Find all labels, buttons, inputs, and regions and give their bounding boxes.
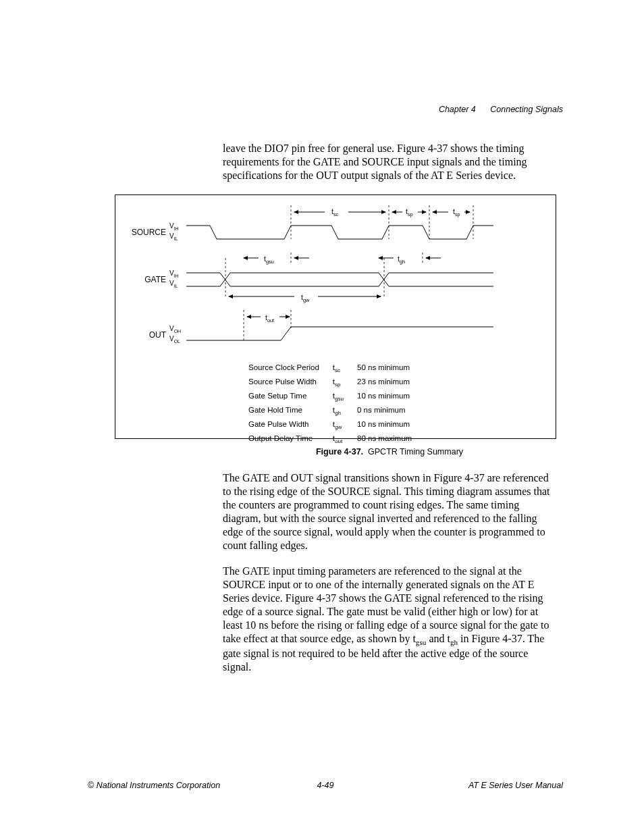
waveform-svg [115,195,547,357]
spec-row: Gate Pulse Widthtgw10 ns minimum [248,419,424,432]
figure-title: GPCTR Timing Summary [368,447,463,457]
page-header: Chapter 4 Connecting Signals [439,105,563,114]
timing-diagram-figure: SOURCE VIH VIL GATE VIH VIL OUT VOH VOL … [115,194,556,439]
figure-caption: Figure 4-37. GPCTR Timing Summary [223,447,556,457]
header-title: Connecting Signals [490,105,563,114]
spec-row: Gate Setup Timetgsu10 ns minimum [248,390,424,403]
figure-number: Figure 4-37. [316,447,363,457]
spec-row: Output Delay Timetout80 ns maximum [248,433,424,446]
intro-paragraph: leave the DIO7 pin free for general use.… [223,142,556,182]
header-chapter: Chapter 4 [439,105,476,114]
spec-row: Gate Hold Timetgh0 ns minimum [248,405,424,417]
timing-spec-table: Source Clock Periodtsc50 ns minimum Sour… [247,361,425,447]
spec-row: Source Pulse Widthtsp23 ns minimum [248,376,424,389]
paragraph-2: The GATE input timing parameters are ref… [223,565,556,674]
page-footer: © National Instruments Corporation 4-49 … [88,781,563,790]
spec-row: Source Clock Periodtsc50 ns minimum [248,362,424,375]
footer-center: 4-49 [88,781,563,790]
paragraph-1: The GATE and OUT signal transitions show… [223,471,556,552]
